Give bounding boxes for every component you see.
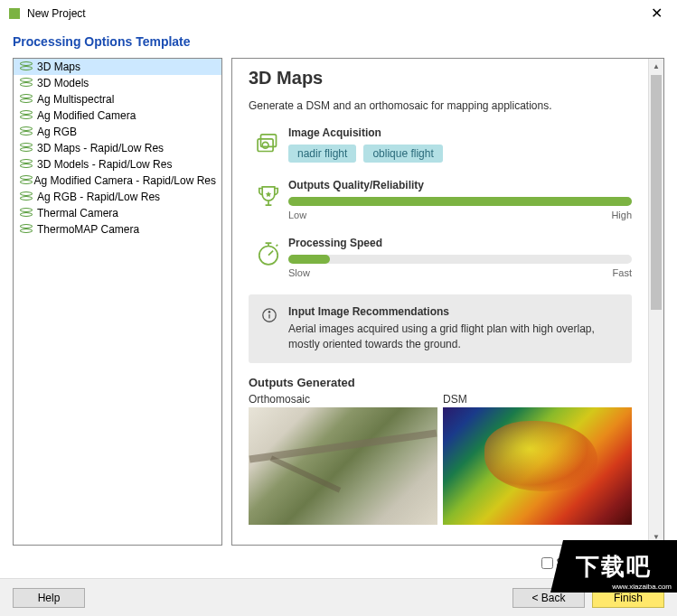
camera-stack-icon bbox=[249, 126, 288, 159]
sidebar-item[interactable]: Ag RGB - Rapid/Low Res bbox=[14, 189, 221, 205]
database-icon bbox=[19, 159, 32, 170]
quality-label: Outputs Quality/Reliability bbox=[288, 179, 632, 191]
database-icon bbox=[19, 94, 32, 105]
sidebar-item-label: 3D Maps bbox=[37, 61, 80, 73]
detail-panel: 3D Maps Generate a DSM and an orthomosai… bbox=[231, 58, 664, 546]
database-icon bbox=[19, 191, 32, 202]
database-icon bbox=[19, 78, 32, 89]
output-dsm: DSM bbox=[443, 393, 632, 525]
sidebar-item-label: Ag Modified Camera bbox=[37, 109, 136, 122]
acquisition-tag: oblique flight bbox=[363, 145, 442, 163]
database-icon bbox=[19, 175, 29, 186]
stopwatch-icon bbox=[249, 237, 288, 269]
sidebar-item[interactable]: Ag Multispectral bbox=[14, 91, 221, 107]
back-button[interactable]: < Back bbox=[512, 588, 585, 608]
sidebar-item-label: Ag RGB bbox=[37, 126, 77, 138]
sidebar-item-label: Ag Multispectral bbox=[37, 93, 114, 106]
scroll-up-icon[interactable]: ▲ bbox=[649, 59, 663, 74]
page-title: Processing Options Template bbox=[13, 34, 664, 49]
sidebar-item[interactable]: 3D Maps - Rapid/Low Res bbox=[14, 140, 221, 156]
svg-point-3 bbox=[259, 247, 277, 265]
sidebar-item-label: ThermoMAP Camera bbox=[37, 223, 139, 236]
sidebar-item[interactable]: ThermoMAP Camera bbox=[14, 221, 221, 238]
detail-content: 3D Maps Generate a DSM and an orthomosai… bbox=[232, 59, 648, 545]
sidebar-item[interactable]: 3D Models - Rapid/Low Res bbox=[14, 156, 221, 173]
help-button[interactable]: Help bbox=[13, 588, 85, 608]
speed-row: Processing Speed Slow Fast bbox=[249, 237, 632, 278]
sidebar-item-label: Ag Modified Camera - Rapid/Low Res bbox=[34, 174, 216, 187]
sidebar-item[interactable]: Thermal Camera bbox=[14, 205, 221, 221]
orthomosaic-preview bbox=[249, 407, 437, 525]
content-area: 3D Maps3D ModelsAg MultispectralAg Modif… bbox=[0, 58, 677, 546]
database-icon bbox=[19, 208, 32, 219]
sidebar-item-label: 3D Maps - Rapid/Low Res bbox=[37, 142, 164, 154]
speed-low-label: Slow bbox=[288, 267, 310, 278]
detail-description: Generate a DSM and an orthomosaic for ma… bbox=[249, 99, 632, 112]
scroll-thumb[interactable] bbox=[651, 75, 662, 310]
start-processing-label: Start Processing Now bbox=[557, 556, 661, 569]
trophy-icon bbox=[249, 179, 288, 211]
acquisition-label: Image Acquisition bbox=[288, 126, 632, 139]
sidebar-item-label: 3D Models - Rapid/Low Res bbox=[37, 158, 172, 171]
scrollbar[interactable]: ▲ ▼ bbox=[648, 59, 663, 545]
button-bar: Help < Back Finish bbox=[0, 578, 677, 616]
dsm-preview bbox=[443, 407, 632, 525]
finish-button[interactable]: Finish bbox=[592, 588, 664, 608]
database-icon bbox=[19, 61, 32, 72]
output-label: Orthomosaic bbox=[249, 393, 437, 406]
quality-bar bbox=[288, 197, 632, 206]
database-icon bbox=[19, 126, 32, 137]
quality-high-label: High bbox=[611, 210, 632, 220]
close-icon[interactable]: ✕ bbox=[645, 5, 668, 22]
scroll-down-icon[interactable]: ▼ bbox=[649, 529, 663, 545]
sidebar-item-label: Ag RGB - Rapid/Low Res bbox=[37, 191, 160, 203]
svg-rect-1 bbox=[258, 139, 273, 152]
recommend-title: Input Image Recommendations bbox=[288, 305, 619, 318]
sidebar-item[interactable]: Ag RGB bbox=[14, 124, 221, 140]
acquisition-tags: nadir flightoblique flight bbox=[288, 145, 632, 163]
window-title: New Project bbox=[27, 7, 645, 20]
quality-row: Outputs Quality/Reliability Low High bbox=[249, 179, 632, 220]
sidebar-item-label: 3D Models bbox=[37, 77, 89, 89]
recommend-text: Aerial images acquired using a grid flig… bbox=[288, 322, 619, 352]
outputs-row: Orthomosaic DSM bbox=[249, 393, 632, 525]
speed-high-label: Fast bbox=[613, 267, 632, 278]
titlebar: New Project ✕ bbox=[0, 0, 677, 27]
speed-bar bbox=[288, 255, 632, 264]
sidebar-item-label: Thermal Camera bbox=[37, 207, 118, 219]
info-icon bbox=[261, 305, 277, 352]
start-processing-input[interactable] bbox=[541, 557, 553, 569]
app-icon bbox=[9, 8, 20, 19]
speed-label: Processing Speed bbox=[288, 237, 632, 249]
start-processing-checkbox[interactable]: Start Processing Now bbox=[541, 556, 661, 569]
sidebar-item[interactable]: 3D Models bbox=[14, 75, 221, 91]
detail-title: 3D Maps bbox=[249, 68, 632, 89]
output-orthomosaic: Orthomosaic bbox=[249, 393, 437, 525]
recommendations-box: Input Image Recommendations Aerial image… bbox=[249, 294, 632, 363]
svg-point-5 bbox=[268, 312, 269, 313]
sidebar-item[interactable]: Ag Modified Camera - Rapid/Low Res bbox=[14, 173, 221, 189]
database-icon bbox=[19, 224, 32, 235]
template-list: 3D Maps3D ModelsAg MultispectralAg Modif… bbox=[13, 58, 222, 546]
sidebar-item[interactable]: Ag Modified Camera bbox=[14, 107, 221, 124]
database-icon bbox=[19, 143, 32, 154]
sidebar-item[interactable]: 3D Maps bbox=[14, 59, 221, 75]
output-label: DSM bbox=[443, 393, 632, 406]
page-header: Processing Options Template bbox=[0, 27, 677, 58]
outputs-title: Outputs Generated bbox=[249, 376, 632, 389]
image-acquisition-row: Image Acquisition nadir flightoblique fl… bbox=[249, 126, 632, 163]
acquisition-tag: nadir flight bbox=[288, 145, 356, 163]
database-icon bbox=[19, 110, 32, 121]
quality-low-label: Low bbox=[288, 210, 306, 220]
